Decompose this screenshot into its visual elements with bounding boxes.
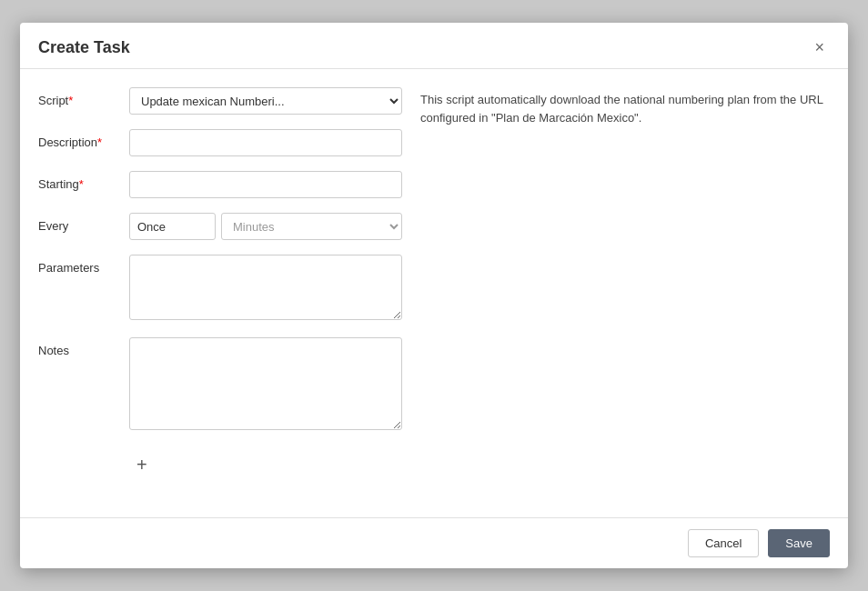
- notes-control: [129, 337, 402, 433]
- every-unit-select[interactable]: Minutes Hours Days: [221, 213, 402, 240]
- parameters-row: Parameters: [38, 255, 402, 323]
- script-select[interactable]: Update mexican Numberi...: [129, 87, 402, 115]
- parameters-textarea[interactable]: [129, 255, 402, 320]
- notes-textarea[interactable]: [129, 337, 402, 430]
- script-label: Script*: [38, 87, 129, 107]
- form-section: Script* Update mexican Numberi... Descri…: [38, 87, 402, 499]
- save-button[interactable]: Save: [768, 529, 830, 557]
- script-control: Update mexican Numberi...: [129, 87, 402, 115]
- every-row: Every Once Minutes Hours Days: [38, 213, 402, 240]
- script-row: Script* Update mexican Numberi...: [38, 87, 402, 115]
- cancel-button[interactable]: Cancel: [688, 529, 759, 557]
- description-row: Description*: [38, 129, 402, 156]
- dialog-footer: Cancel Save: [20, 517, 848, 568]
- every-controls: Once Minutes Hours Days: [129, 213, 402, 240]
- description-label: Description*: [38, 129, 129, 149]
- description-required: *: [97, 135, 102, 149]
- dialog-title: Create Task: [38, 38, 130, 57]
- overlay: Create Task × Script* Update mexican Num…: [0, 0, 868, 591]
- notes-label: Notes: [38, 337, 129, 357]
- parameters-label: Parameters: [38, 255, 129, 275]
- notes-row: Notes: [38, 337, 402, 433]
- every-label: Every: [38, 213, 129, 233]
- add-button[interactable]: +: [129, 451, 155, 479]
- starting-control: [129, 171, 402, 198]
- create-task-dialog: Create Task × Script* Update mexican Num…: [20, 23, 848, 568]
- close-button[interactable]: ×: [809, 37, 830, 57]
- starting-row: Starting*: [38, 171, 402, 198]
- description-input[interactable]: [129, 129, 402, 156]
- starting-required: *: [79, 177, 84, 191]
- starting-label: Starting*: [38, 171, 129, 191]
- script-required: *: [68, 94, 73, 107]
- starting-input[interactable]: [129, 171, 402, 198]
- parameters-control: [129, 255, 402, 323]
- info-section: This script automatically download the n…: [420, 87, 830, 499]
- dialog-body: Script* Update mexican Numberi... Descri…: [20, 69, 848, 517]
- dialog-header: Create Task ×: [20, 23, 848, 69]
- every-input[interactable]: Once: [129, 213, 216, 240]
- info-text: This script automatically download the n…: [420, 91, 830, 126]
- description-control: [129, 129, 402, 156]
